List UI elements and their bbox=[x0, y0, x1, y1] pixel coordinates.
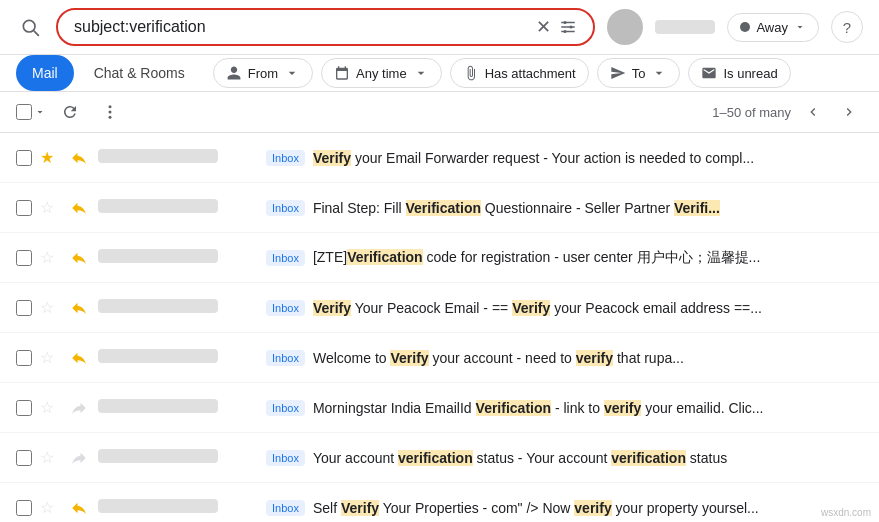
star-icon[interactable]: ☆ bbox=[40, 398, 60, 418]
svg-point-7 bbox=[564, 30, 567, 33]
svg-point-0 bbox=[23, 20, 35, 32]
email-subject: Final Step: Fill Verification Questionna… bbox=[313, 200, 863, 216]
toolbar: 1–50 of many bbox=[0, 92, 879, 133]
star-icon[interactable]: ☆ bbox=[40, 198, 60, 218]
chevron-down-icon bbox=[284, 65, 300, 81]
star-icon[interactable]: ☆ bbox=[40, 448, 60, 468]
inbox-badge: Inbox bbox=[266, 200, 305, 216]
page-info: 1–50 of many bbox=[712, 98, 863, 126]
tab-chat-rooms[interactable]: Chat & Rooms bbox=[78, 55, 201, 91]
reply-arrow-icon bbox=[68, 247, 90, 269]
sender-name bbox=[98, 149, 258, 166]
away-button[interactable]: Away bbox=[727, 13, 819, 42]
chevron-down-icon bbox=[651, 65, 667, 81]
sender-name bbox=[98, 449, 258, 466]
search-bar: ✕ bbox=[56, 8, 595, 46]
filter-from[interactable]: From bbox=[213, 58, 313, 88]
reply-arrow-icon bbox=[68, 297, 90, 319]
toolbar-left bbox=[16, 96, 126, 128]
star-icon[interactable]: ☆ bbox=[40, 498, 60, 518]
send-icon bbox=[610, 65, 626, 81]
table-row[interactable]: ★InboxVerify your Email Forwarder reques… bbox=[0, 133, 879, 183]
svg-point-8 bbox=[109, 105, 112, 108]
prev-page-button[interactable] bbox=[799, 98, 827, 126]
sender-name bbox=[98, 499, 258, 516]
person-icon bbox=[226, 65, 242, 81]
table-row[interactable]: ☆InboxWelcome to Verify your account - n… bbox=[0, 333, 879, 383]
next-page-button[interactable] bbox=[835, 98, 863, 126]
clear-search-icon[interactable]: ✕ bbox=[536, 16, 551, 38]
reply-arrow-icon bbox=[68, 497, 90, 519]
calendar-icon bbox=[334, 65, 350, 81]
tab-mail[interactable]: Mail bbox=[16, 55, 74, 91]
filter-to[interactable]: To bbox=[597, 58, 681, 88]
select-all-wrapper[interactable] bbox=[16, 104, 46, 120]
row-checkbox[interactable] bbox=[16, 300, 32, 316]
more-options-button[interactable] bbox=[94, 96, 126, 128]
inbox-badge: Inbox bbox=[266, 300, 305, 316]
star-icon[interactable]: ★ bbox=[40, 148, 60, 168]
help-button[interactable]: ? bbox=[831, 11, 863, 43]
inbox-badge: Inbox bbox=[266, 250, 305, 266]
star-icon[interactable]: ☆ bbox=[40, 348, 60, 368]
reply-arrow-icon bbox=[68, 347, 90, 369]
inbox-badge: Inbox bbox=[266, 400, 305, 416]
row-checkbox[interactable] bbox=[16, 500, 32, 516]
chevron-left-icon bbox=[805, 104, 821, 120]
sender-name bbox=[98, 299, 258, 316]
row-checkbox[interactable] bbox=[16, 350, 32, 366]
email-subject: Verify Your Peacock Email - == Verify yo… bbox=[313, 300, 863, 316]
help-label: ? bbox=[843, 19, 851, 36]
avatar bbox=[607, 9, 643, 45]
envelope-icon bbox=[701, 65, 717, 81]
row-checkbox[interactable] bbox=[16, 250, 32, 266]
search-options-icon[interactable] bbox=[559, 18, 577, 36]
reply-arrow-icon bbox=[68, 147, 90, 169]
table-row[interactable]: ☆InboxVerify Your Peacock Email - == Ver… bbox=[0, 283, 879, 333]
sender-name bbox=[98, 349, 258, 366]
sender-name bbox=[98, 249, 258, 266]
row-checkbox[interactable] bbox=[16, 150, 32, 166]
refresh-button[interactable] bbox=[54, 96, 86, 128]
sender-name bbox=[98, 199, 258, 216]
filter-buttons: From Any time Has attachment To Is unrea… bbox=[213, 58, 791, 88]
svg-point-6 bbox=[570, 26, 573, 29]
inbox-badge: Inbox bbox=[266, 350, 305, 366]
filter-attachment[interactable]: Has attachment bbox=[450, 58, 589, 88]
select-all-checkbox[interactable] bbox=[16, 104, 32, 120]
table-row[interactable]: ☆InboxSelf Verify Your Properties - com"… bbox=[0, 483, 879, 522]
paperclip-icon bbox=[463, 65, 479, 81]
watermark: wsxdn.com bbox=[821, 507, 871, 518]
table-row[interactable]: ☆InboxYour account verification status -… bbox=[0, 433, 879, 483]
select-all-dropdown-icon[interactable] bbox=[34, 106, 46, 118]
filter-unread[interactable]: Is unread bbox=[688, 58, 790, 88]
tabs-bar: Mail Chat & Rooms From Any time Has atta… bbox=[0, 55, 879, 92]
search-icon[interactable] bbox=[16, 13, 44, 41]
svg-line-1 bbox=[34, 31, 38, 35]
row-checkbox[interactable] bbox=[16, 200, 32, 216]
chevron-down-icon bbox=[413, 65, 429, 81]
email-subject: Verify your Email Forwarder request - Yo… bbox=[313, 150, 863, 166]
inbox-badge: Inbox bbox=[266, 450, 305, 466]
table-row[interactable]: ☆InboxFinal Step: Fill Verification Ques… bbox=[0, 183, 879, 233]
forward-arrow-icon bbox=[68, 397, 90, 419]
email-subject: Your account verification status - Your … bbox=[313, 450, 863, 466]
row-checkbox[interactable] bbox=[16, 450, 32, 466]
away-label: Away bbox=[756, 20, 788, 35]
table-row[interactable]: ☆InboxMorningstar India EmailId Verifica… bbox=[0, 383, 879, 433]
filter-anytime[interactable]: Any time bbox=[321, 58, 442, 88]
chevron-right-icon bbox=[841, 104, 857, 120]
search-input[interactable] bbox=[74, 18, 528, 36]
reply-arrow-icon bbox=[68, 197, 90, 219]
star-icon[interactable]: ☆ bbox=[40, 298, 60, 318]
row-checkbox[interactable] bbox=[16, 400, 32, 416]
table-row[interactable]: ☆Inbox[ZTE]Verification code for registr… bbox=[0, 233, 879, 283]
email-subject: Welcome to Verify your account - need to… bbox=[313, 350, 863, 366]
more-icon bbox=[101, 103, 119, 121]
header: ✕ Away ? bbox=[0, 0, 879, 55]
svg-point-9 bbox=[109, 111, 112, 114]
forward-arrow-icon bbox=[68, 447, 90, 469]
email-subject: Self Verify Your Properties - com" /> No… bbox=[313, 500, 863, 516]
star-icon[interactable]: ☆ bbox=[40, 248, 60, 268]
svg-point-5 bbox=[564, 21, 567, 24]
